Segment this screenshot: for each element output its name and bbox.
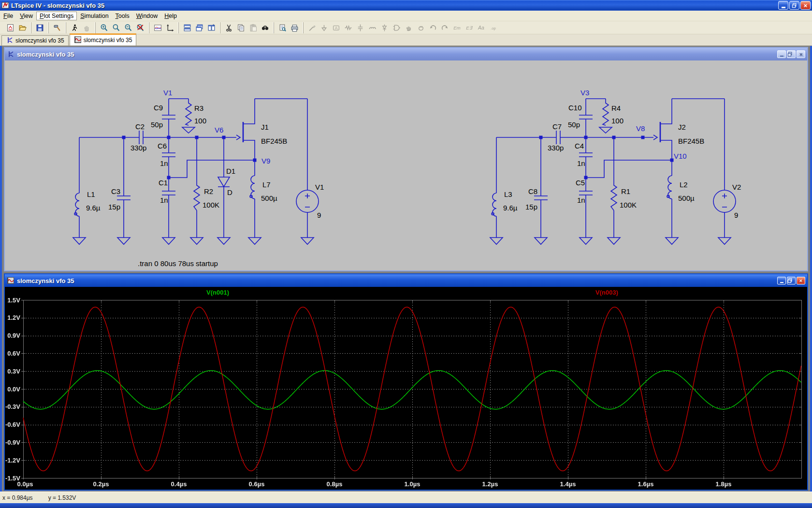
menu-simulation[interactable]: Simulation [77, 12, 112, 20]
tab-1[interactable]: slomczynski vfo 35 [1, 35, 69, 45]
svg-text:V1: V1 [315, 183, 324, 191]
svg-text:.op: .op [491, 26, 496, 30]
save-button[interactable] [34, 22, 46, 33]
svg-text:C9: C9 [154, 104, 163, 112]
svg-text:C2: C2 [135, 122, 145, 131]
svg-text:C8: C8 [528, 187, 537, 195]
tile-vertical-button[interactable] [205, 22, 218, 33]
svg-text:L7: L7 [262, 180, 271, 189]
tile-horizontal-button[interactable] [181, 22, 193, 33]
waveform-window-icon [7, 277, 14, 284]
tab-schematic [6, 36, 14, 45]
schematic-restore-button[interactable] [787, 50, 796, 58]
close-button[interactable]: × [800, 1, 811, 10]
print-preview-button[interactable] [276, 22, 289, 33]
toolbar: AEmE∃Aa.op [0, 21, 812, 34]
svg-text:C4: C4 [575, 142, 584, 150]
menu-file[interactable]: File [0, 12, 16, 20]
svg-text:R4: R4 [611, 104, 621, 112]
tab-bar: slomczynski vfo 35slomczynski vfo 35 [0, 34, 812, 46]
menu-window[interactable]: Window [133, 12, 161, 20]
svg-text:15p: 15p [525, 203, 537, 211]
move-button [403, 22, 415, 33]
svg-text:L1: L1 [87, 190, 95, 198]
restore-button[interactable] [789, 1, 799, 10]
svg-text:50p: 50p [568, 120, 580, 129]
autorange-axes-button[interactable] [164, 22, 176, 33]
svg-text:V9: V9 [261, 157, 270, 165]
window-bottom-border [0, 503, 812, 508]
svg-text:L2: L2 [680, 180, 688, 189]
svg-text:R2: R2 [204, 187, 213, 195]
svg-text:A: A [335, 25, 338, 30]
legend-trace-1[interactable]: V(n001) [206, 289, 229, 296]
open-file-button[interactable] [16, 22, 29, 33]
control-panel-button[interactable] [51, 22, 63, 33]
svg-text:330p: 330p [130, 144, 146, 152]
undo-button [427, 22, 439, 33]
minimize-button[interactable] [778, 1, 788, 10]
legend-trace-2[interactable]: V(n003) [595, 289, 618, 296]
svg-text:100: 100 [194, 117, 206, 125]
new-schematic-button[interactable] [4, 22, 16, 33]
svg-text:V1: V1 [163, 89, 172, 97]
menu-bar: FileViewPlot SettingsSimulationToolsWind… [0, 11, 812, 21]
svg-text:1n: 1n [577, 159, 585, 167]
svg-text:V6: V6 [215, 126, 223, 134]
ltspice-logo-icon [1, 1, 9, 9]
find-button[interactable] [259, 22, 271, 33]
place-capacitor-button [354, 22, 366, 33]
menu-tools[interactable]: Tools [112, 12, 133, 20]
waveform-plot[interactable] [5, 287, 807, 490]
svg-text:1n: 1n [577, 196, 585, 204]
ltspice-app: LTspice IV - slomczynski vfo 35 × FileVi… [0, 0, 812, 508]
zoom-full-button[interactable] [134, 22, 146, 33]
menu-help[interactable]: Help [161, 12, 180, 20]
cut-button[interactable] [223, 22, 235, 33]
svg-text:L3: L3 [504, 190, 512, 198]
svg-text:9: 9 [734, 211, 738, 219]
waveform-close-button[interactable]: × [797, 277, 805, 284]
zoom-in-button[interactable] [98, 22, 110, 33]
svg-text:9: 9 [317, 211, 321, 219]
rotate-button: E∃ [463, 22, 475, 33]
menu-plot-settings[interactable]: Plot Settings [36, 12, 77, 20]
zoom-out-button[interactable] [122, 22, 134, 33]
status-bar: x = 0.984µs y = 1.532V [0, 492, 812, 503]
waveform-titlebar[interactable]: slomczynski vfo 35 × [5, 274, 807, 287]
svg-text:R3: R3 [194, 104, 203, 112]
tab-label: slomczynski vfo 35 [84, 37, 132, 44]
svg-text:E∃: E∃ [466, 25, 473, 30]
schematic-titlebar[interactable]: slomczynski vfo 35 × [5, 48, 807, 60]
zoom-back-button[interactable] [110, 22, 122, 33]
cursor-x-readout: x = 0.984µs [2, 494, 33, 501]
svg-text:C1: C1 [159, 179, 168, 187]
app-titlebar: LTspice IV - slomczynski vfo 35 × [0, 0, 812, 11]
mdi-area: slomczynski vfo 35 × [0, 46, 812, 492]
place-component-button [391, 22, 403, 33]
schematic-close-button[interactable]: × [797, 50, 805, 58]
svg-text:BF245B: BF245B [261, 137, 287, 145]
svg-text:100K: 100K [203, 201, 219, 209]
svg-text:R1: R1 [621, 187, 630, 195]
svg-text:D1: D1 [226, 167, 235, 175]
waveform-pane-button[interactable] [152, 22, 164, 33]
svg-text:100K: 100K [620, 201, 637, 209]
tab-2-active[interactable]: slomczynski vfo 35 [70, 33, 137, 45]
waveform-restore-button[interactable] [787, 277, 796, 284]
waveform-title: slomczynski vfo 35 [17, 277, 74, 284]
run-button[interactable] [69, 22, 81, 33]
schematic-canvas[interactable]: L19.6µC315pC2330pC950pC61nC11nR3100R2100… [5, 60, 807, 270]
window-title: LTspice IV - slomczynski vfo 35 [11, 2, 104, 9]
schematic-minimize-button[interactable] [777, 50, 786, 58]
copy-button[interactable] [235, 22, 247, 33]
svg-text:D: D [227, 188, 232, 196]
print-button[interactable] [289, 22, 301, 33]
cascade-windows-button[interactable] [193, 22, 205, 33]
schematic-labels: L19.6µC315pC2330pC950pC61nC11nR3100R2100… [86, 89, 741, 268]
menu-view[interactable]: View [16, 12, 36, 20]
svg-text:V8: V8 [636, 124, 645, 133]
halt-button [81, 22, 93, 33]
waveform-minimize-button[interactable] [777, 277, 786, 284]
waveform-plot-area: V(n001) V(n003) [5, 287, 807, 490]
